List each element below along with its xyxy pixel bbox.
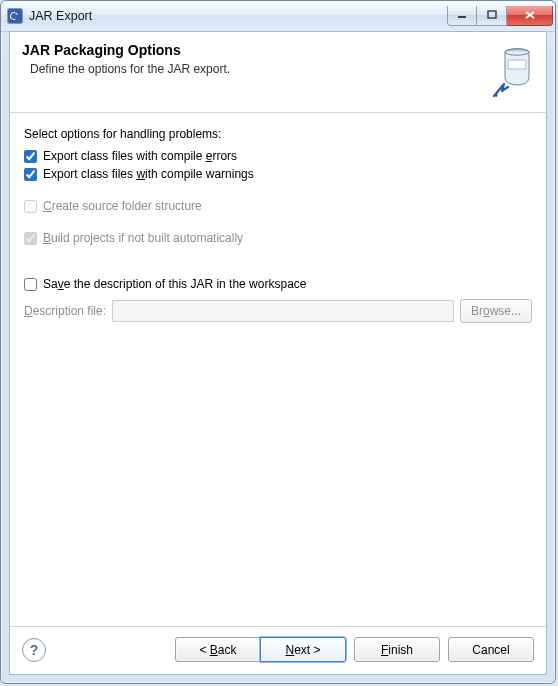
description-file-input: [112, 300, 454, 322]
banner-heading: JAR Packaging Options: [22, 42, 490, 58]
build-projects-row: Build projects if not built automaticall…: [24, 229, 532, 247]
description-file-row: Description file: Browse...: [24, 299, 532, 323]
jar-icon: [490, 42, 536, 98]
banner-subtitle: Define the options for the JAR export.: [30, 62, 490, 76]
export-warnings-checkbox[interactable]: [24, 168, 37, 181]
window-controls: [447, 6, 553, 26]
description-file-label: Description file:: [24, 304, 106, 318]
export-warnings-row[interactable]: Export class files with compile warnings: [24, 165, 532, 183]
browse-button: Browse...: [460, 299, 532, 323]
app-icon: [7, 8, 23, 24]
build-projects-checkbox: [24, 232, 37, 245]
cancel-button[interactable]: Cancel: [448, 637, 534, 662]
export-warnings-label: Export class files with compile warnings: [43, 167, 254, 181]
export-errors-label: Export class files with compile errors: [43, 149, 237, 163]
footer: ? < Back Next > Finish Cancel: [10, 626, 546, 674]
window-title: JAR Export: [29, 9, 92, 23]
close-button[interactable]: [507, 6, 553, 26]
titlebar[interactable]: JAR Export: [1, 1, 555, 32]
close-icon: [524, 10, 536, 20]
create-source-row: Create source folder structure: [24, 197, 532, 215]
help-icon: ?: [30, 643, 39, 657]
svg-rect-1: [488, 11, 496, 18]
content-area: Select options for handling problems: Ex…: [10, 113, 546, 626]
finish-button[interactable]: Finish: [354, 637, 440, 662]
save-description-label: Save the description of this JAR in the …: [43, 277, 306, 291]
client-area: JAR Packaging Options Define the options…: [9, 31, 547, 675]
maximize-button[interactable]: [477, 6, 507, 26]
save-description-checkbox[interactable]: [24, 278, 37, 291]
problems-section-label: Select options for handling problems:: [24, 127, 532, 141]
dialog-window: JAR Export JAR Packaging Options Define …: [0, 0, 556, 684]
create-source-label: Create source folder structure: [43, 199, 202, 213]
save-description-row[interactable]: Save the description of this JAR in the …: [24, 275, 532, 293]
minimize-button[interactable]: [447, 6, 477, 26]
export-errors-checkbox[interactable]: [24, 150, 37, 163]
minimize-icon: [457, 10, 467, 20]
create-source-checkbox: [24, 200, 37, 213]
export-errors-row[interactable]: Export class files with compile errors: [24, 147, 532, 165]
svg-rect-0: [458, 16, 466, 18]
back-button[interactable]: < Back: [175, 637, 261, 662]
maximize-icon: [487, 10, 497, 20]
help-button[interactable]: ?: [22, 638, 46, 662]
build-projects-label: Build projects if not built automaticall…: [43, 231, 243, 245]
banner: JAR Packaging Options Define the options…: [10, 32, 546, 113]
next-button[interactable]: Next >: [260, 637, 346, 662]
svg-rect-6: [508, 60, 526, 69]
